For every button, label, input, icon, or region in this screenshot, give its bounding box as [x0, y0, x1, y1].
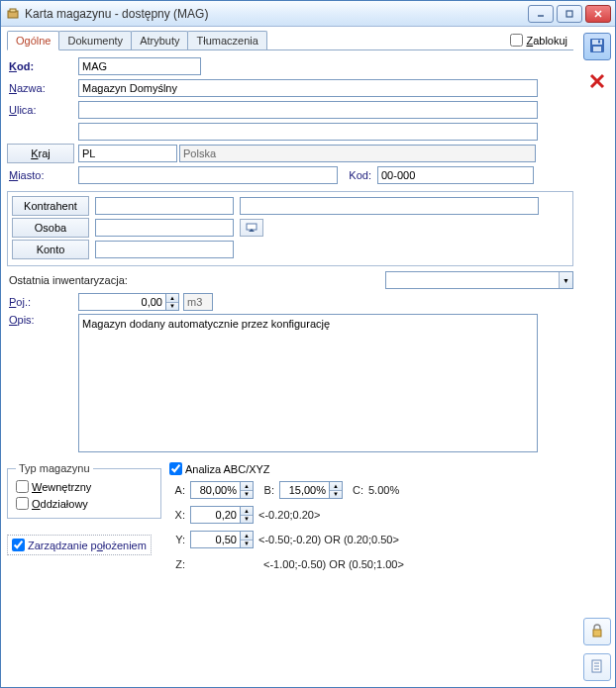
miasto-input[interactable] — [78, 166, 338, 184]
opis-textarea[interactable]: Magazyn dodany automatycznie przez konfi… — [78, 314, 538, 452]
typ-magazynu-legend: Typ magazynu — [16, 462, 93, 474]
analiza-abc-checkbox[interactable]: Analiza ABC/XYZ — [169, 462, 573, 475]
svg-rect-9 — [592, 40, 602, 45]
nazwa-label: Nazwa: — [7, 82, 78, 94]
delete-button[interactable] — [583, 68, 611, 96]
abc-x-spinner[interactable]: ▲▼ — [190, 506, 254, 524]
abc-b-label: B: — [258, 484, 274, 496]
ulica-label: Ulica: — [7, 104, 78, 116]
kontrahent-input-1[interactable] — [95, 197, 234, 215]
kraj-name-input — [179, 145, 536, 162]
abc-y-range: <-0.50;-0.20) OR (0.20;0.50> — [258, 534, 399, 545]
abc-a-spinner[interactable]: ▲▼ — [190, 481, 254, 499]
kod2-input[interactable] — [377, 166, 534, 184]
document-icon — [589, 658, 605, 676]
spin-up-icon[interactable]: ▲ — [241, 532, 253, 541]
ostinw-combo[interactable]: ▼ — [385, 271, 573, 289]
spin-up-icon[interactable]: ▲ — [330, 482, 342, 491]
abc-c-value: 5.00% — [368, 484, 399, 496]
x-icon — [587, 71, 607, 93]
tab-dokumenty[interactable]: Dokumenty — [58, 31, 132, 49]
svg-rect-3 — [566, 11, 572, 17]
svg-rect-11 — [598, 41, 600, 44]
typ-magazynu-fieldset: Typ magazynu Wewnętrzny Oddziałowy — [7, 462, 161, 519]
wewnetrzny-checkbox[interactable]: Wewnętrzny — [16, 480, 153, 493]
poj-label: Poj.: — [7, 296, 78, 308]
abc-y-label: Y: — [169, 534, 185, 545]
poj-input[interactable] — [78, 293, 165, 311]
spin-up-icon[interactable]: ▲ — [166, 294, 178, 303]
tab-ogolne[interactable]: Ogólne — [7, 31, 59, 50]
kontrahent-button[interactable]: Kontrahent — [12, 196, 89, 216]
kontrahent-input-2[interactable] — [240, 197, 539, 215]
spin-down-icon[interactable]: ▼ — [241, 541, 253, 548]
lock-button[interactable] — [583, 618, 611, 645]
titlebar: Karta magazynu - dostępny (MAG) — [1, 1, 615, 27]
kod-input[interactable] — [78, 57, 201, 75]
abc-y-spinner[interactable]: ▲▼ — [190, 531, 254, 548]
poj-unit — [183, 293, 213, 311]
konto-button[interactable]: Konto — [12, 240, 89, 259]
abc-x-label: X: — [169, 509, 185, 521]
svg-rect-14 — [593, 630, 601, 637]
minimize-button[interactable] — [528, 5, 554, 23]
kod-label: Kod: — [7, 60, 78, 72]
zablokuj-checkbox[interactable]: ZZablokujablokuj — [510, 34, 567, 47]
abc-z-label: Z: — [169, 558, 185, 570]
konto-input[interactable] — [95, 241, 234, 258]
chevron-down-icon[interactable]: ▼ — [559, 272, 572, 288]
abc-b-spinner[interactable]: ▲▼ — [279, 481, 343, 499]
ostinw-label: Ostatnia inwentaryzacja: — [7, 274, 146, 286]
ulica-input-1[interactable] — [78, 101, 538, 119]
window-title: Karta magazynu - dostępny (MAG) — [25, 7, 528, 21]
spin-up-icon[interactable]: ▲ — [241, 482, 253, 491]
maximize-button[interactable] — [557, 5, 582, 23]
abc-c-label: C: — [348, 484, 363, 496]
svg-rect-1 — [10, 9, 16, 12]
spin-down-icon[interactable]: ▼ — [241, 491, 253, 499]
osoba-button[interactable]: Osoba — [12, 218, 89, 238]
zarzadzanie-checkbox[interactable]: Zarządzanie położeniem — [12, 539, 147, 551]
spin-down-icon[interactable]: ▼ — [166, 303, 178, 311]
ulica-input-2[interactable] — [78, 123, 538, 141]
close-button[interactable] — [585, 5, 611, 23]
spin-up-icon[interactable]: ▲ — [241, 507, 253, 516]
tab-tlumaczenia[interactable]: Tłumaczenia — [187, 31, 266, 49]
kod2-label: Kod: — [338, 169, 377, 181]
spin-down-icon[interactable]: ▼ — [330, 491, 342, 499]
document-button[interactable] — [583, 653, 611, 681]
padlock-icon — [589, 623, 605, 640]
window-icon — [5, 6, 21, 22]
miasto-label: Miasto: — [7, 169, 78, 181]
kraj-code-input[interactable] — [78, 145, 177, 162]
ostinw-input[interactable] — [386, 272, 559, 288]
abc-x-range: <-0.20;0.20> — [258, 509, 320, 521]
tabs-row: Ogólne Dokumenty Atrybuty Tłumaczenia ZZ… — [7, 31, 573, 50]
kraj-button[interactable]: Kraj — [7, 144, 74, 163]
floppy-icon — [588, 37, 606, 56]
tab-atrybuty[interactable]: Atrybuty — [131, 31, 188, 49]
nazwa-input[interactable] — [78, 79, 538, 97]
osoba-dropdown-icon[interactable] — [240, 219, 263, 237]
osoba-input[interactable] — [95, 219, 234, 237]
opis-label: Opis: — [7, 314, 78, 326]
poj-spinner[interactable]: ▲ ▼ — [78, 293, 179, 311]
svg-rect-10 — [593, 47, 601, 51]
abc-a-label: A: — [169, 484, 185, 496]
oddzialowy-checkbox[interactable]: Oddziałowy — [16, 497, 153, 510]
spin-down-icon[interactable]: ▼ — [241, 516, 253, 524]
abc-z-range: <-1.00;-0.50) OR (0.50;1.00> — [263, 558, 404, 570]
save-button[interactable] — [583, 33, 611, 60]
